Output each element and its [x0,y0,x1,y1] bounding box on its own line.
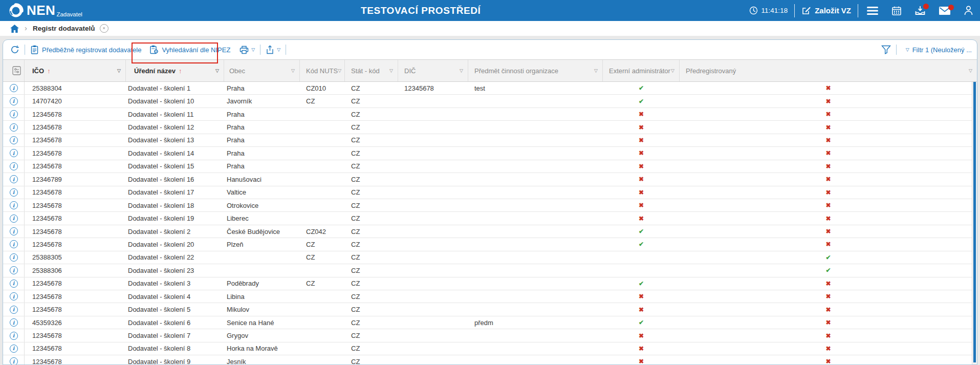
cell-kod-nuts: CZ010 [300,82,345,94]
column-header-predmet-cinnosti[interactable]: Předmět činnosti organizace ▽ [468,60,603,81]
table-row[interactable]: i12345678Dodavatel - školení 9JesníkCZ✖✖ [3,355,977,365]
info-icon[interactable]: i [10,318,18,327]
info-icon[interactable]: i [10,84,18,92]
table-row[interactable]: i12345678Dodavatel - školení 14PrahaCZ✖✖ [3,147,977,160]
column-header-externi-administrator[interactable]: Externí administrátor ▽ [603,60,680,81]
table-row[interactable]: i12345678Dodavatel - školení 5MikulovCZ✖… [3,303,977,316]
table-row[interactable]: i12345678Dodavatel - školení 13PrahaCZ✖✖ [3,134,977,147]
info-icon[interactable]: i [10,345,18,353]
active-filter-label[interactable]: Filtr 1 (Neuložený ... [912,46,972,54]
info-icon[interactable]: i [10,227,18,235]
info-icon[interactable]: i [10,149,18,157]
scrollbar-thumb[interactable] [973,82,976,362]
info-icon[interactable]: i [10,110,18,118]
cell-uredni-nazev: Dodavatel - školení 19 [126,212,224,224]
filter-dropdown-icon[interactable]: ▽ [906,47,909,52]
table-row[interactable]: i12345678Dodavatel - školení 8Horka na M… [3,342,977,355]
cross-icon: ✖ [825,215,831,222]
filter-triangle-icon[interactable]: ▽ [117,68,121,73]
brand-logo[interactable]: NEN Zadavatel [8,0,82,21]
cell-predmet-cinnosti [468,251,603,264]
cell-kod-nuts [300,147,345,159]
hamburger-menu-icon[interactable] [867,7,878,15]
column-header-obec[interactable]: Obec ▽ [224,60,300,81]
table-row[interactable]: i12345678Dodavatel - školení 18Otrokovic… [3,199,977,212]
info-icon[interactable]: i [10,292,18,300]
info-icon[interactable]: i [10,266,18,274]
table-row[interactable]: i25388306Dodavatel - školení 23CZ✔ [3,264,977,277]
info-icon[interactable]: i [10,201,18,209]
column-header-uredni-nazev[interactable]: Úřední název↑ ▽ [126,60,224,81]
cell-predmet-cinnosti [468,277,603,290]
print-dropdown-icon[interactable]: ▽ [251,47,255,52]
column-header-dic[interactable]: DIČ ▽ [398,60,468,81]
table-row[interactable]: i12345678Dodavatel - školení 20PlzeňCZCZ… [3,238,977,251]
info-icon[interactable]: i [10,253,18,262]
table-row[interactable]: i45359326Dodavatel - školení 6Senice na … [3,316,977,329]
download-tray-icon[interactable] [915,6,925,15]
mail-icon[interactable] [939,7,950,15]
print-button[interactable]: ▽ [239,46,255,54]
table-row[interactable]: i12345678Dodavatel - školení 7GrygovCZ✖✖ [3,329,977,342]
table-row[interactable]: i12345678Dodavatel - školení 19LiberecCZ… [3,212,977,225]
user-icon[interactable] [964,6,973,15]
column-header-kod-nuts[interactable]: Kód NUTS ▽ [300,60,345,81]
table-row[interactable]: i12345678Dodavatel - školení 11PrahaCZ✖✖ [3,108,977,121]
info-icon[interactable]: i [10,97,18,105]
cell-stat-kod: CZ [345,173,398,185]
create-vz-button[interactable]: Založit VZ [815,6,851,15]
filter-triangle-icon[interactable]: ▽ [594,68,598,73]
info-icon[interactable]: i [10,306,18,314]
info-icon[interactable]: i [10,188,18,197]
column-settings-button[interactable] [3,60,25,81]
table-row[interactable]: i25388305Dodavatel - školení 22CZCZ✔ [3,251,977,264]
table-row[interactable]: i12345678Dodavatel - školení 4LibinaCZ✖✖ [3,290,977,303]
table-row[interactable]: i12345678Dodavatel - školení 15PrahaCZ✖✖ [3,160,977,173]
cell-predmet-cinnosti [468,108,603,120]
filter-triangle-icon[interactable]: ▽ [338,68,341,73]
column-header-stat-kod[interactable]: Stát - kód ▽ [345,60,398,81]
cell-predregistrovany: ✖ [680,82,977,94]
info-icon[interactable]: i [10,214,18,223]
filter-triangle-icon[interactable]: ▽ [671,68,674,73]
filter-triangle-icon[interactable]: ▽ [389,68,393,73]
table-row[interactable]: i12346789Dodavatel - školení 16Hanušovac… [3,173,977,186]
cell-obec: Praha [224,160,300,173]
nipez-search-button[interactable]: Vyhledávání dle NIPEZ [149,45,230,54]
info-icon[interactable]: i [10,123,18,132]
cell-kod-nuts [300,355,345,365]
export-dropdown-icon[interactable]: ▽ [277,47,280,52]
close-tab-icon[interactable]: × [100,24,108,33]
column-header-predregistrovany[interactable]: Předregistrovaný ▽ [680,60,977,81]
vertical-scrollbar[interactable] [972,82,977,364]
info-icon[interactable]: i [10,162,18,170]
info-icon[interactable]: i [10,175,18,183]
table-row[interactable]: i25388304Dodavatel - školení 1PrahaCZ010… [3,82,977,95]
info-icon[interactable]: i [10,332,18,340]
info-icon[interactable]: i [10,136,18,144]
calendar-icon[interactable] [892,6,901,15]
filter-funnel-icon[interactable] [881,45,891,54]
info-icon[interactable]: i [10,357,18,365]
table-row[interactable]: i14707420Dodavatel - školení 10JavorníkC… [3,95,977,108]
home-icon[interactable] [10,25,19,33]
refresh-button[interactable] [10,45,19,54]
table-row[interactable]: i12345678Dodavatel - školení 2České Budě… [3,225,977,238]
preregister-supplier-button[interactable]: Předběžně registrovat dodavatele [30,45,141,54]
filter-triangle-icon[interactable]: ▽ [215,68,219,73]
export-button[interactable]: ▽ [266,45,280,54]
table-row[interactable]: i12345678Dodavatel - školení 12PrahaCZ✖✖ [3,121,977,134]
cell-predmet-cinnosti [468,173,603,185]
info-icon[interactable]: i [10,240,18,248]
breadcrumb-tab-label[interactable]: Registr dodavatelů [33,25,95,32]
row-detail-cell: i [3,290,25,303]
filter-triangle-icon[interactable]: ▽ [291,68,295,73]
cell-dic [398,277,468,290]
table-row[interactable]: i12345678Dodavatel - školení 3PoděbradyC… [3,277,977,290]
info-icon[interactable]: i [10,280,18,288]
column-header-ico[interactable]: IČO↑ ▽ [25,60,126,81]
table-row[interactable]: i12345678Dodavatel - školení 17ValticeCZ… [3,186,977,199]
filter-triangle-icon[interactable]: ▽ [460,68,463,73]
column-settings-icon [12,66,21,75]
filter-triangle-icon[interactable]: ▽ [969,68,972,73]
